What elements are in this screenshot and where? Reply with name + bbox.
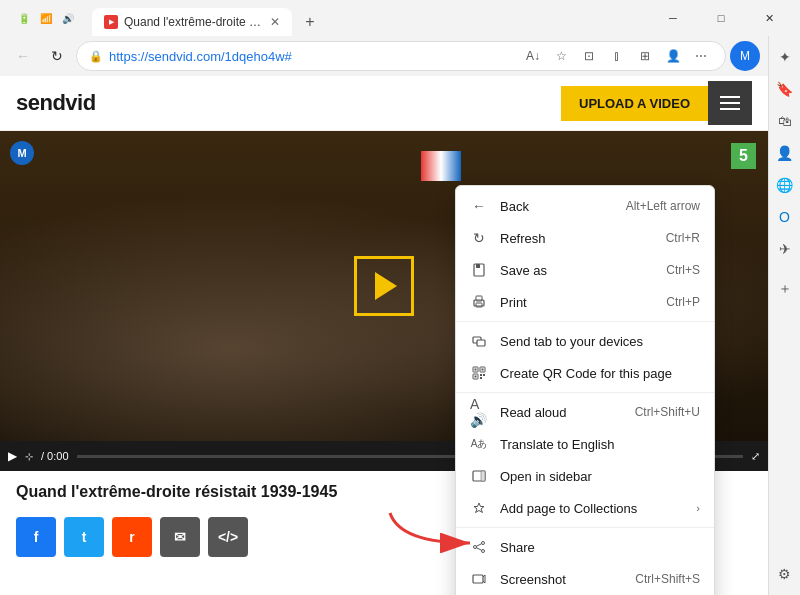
embed-code-button[interactable]: </> <box>208 517 248 557</box>
back-menu-icon: ← <box>470 197 488 215</box>
new-tab-button[interactable]: + <box>296 8 324 36</box>
context-menu-screenshot[interactable]: Screenshot Ctrl+Shift+S <box>456 563 714 595</box>
qrcode-menu-label: Create QR Code for this page <box>500 366 700 381</box>
sidebar-shopping-icon[interactable]: 🛍 <box>772 108 798 134</box>
translate-menu-icon: Aあ <box>470 435 488 453</box>
reddit-share-button[interactable]: r <box>112 517 152 557</box>
sidebar-translate-icon[interactable]: 🌐 <box>772 172 798 198</box>
svg-rect-11 <box>482 369 484 371</box>
tab-bar: Quand l'extrême-droite résistait ... ✕ + <box>92 0 324 36</box>
sidebar-copilot-icon[interactable]: ✦ <box>772 44 798 70</box>
svg-rect-10 <box>475 369 477 371</box>
saveas-menu-label: Save as <box>500 263 654 278</box>
opensidebar-menu-icon <box>470 467 488 485</box>
svg-rect-17 <box>481 471 485 481</box>
facebook-share-button[interactable]: f <box>16 517 56 557</box>
sidebar-favorites-icon[interactable]: 🔖 <box>772 76 798 102</box>
sidebar-outlook-icon[interactable]: O <box>772 204 798 230</box>
refresh-menu-icon: ↻ <box>470 229 488 247</box>
hamburger-menu[interactable] <box>708 81 752 125</box>
tab-favicon <box>104 15 118 29</box>
video-time: / 0:00 <box>41 450 69 462</box>
svg-rect-6 <box>477 340 485 346</box>
qrcode-menu-icon <box>470 364 488 382</box>
svg-rect-23 <box>473 575 483 583</box>
refresh-button[interactable]: ↻ <box>42 41 72 71</box>
title-bar: 🔋 📶 🔊 Quand l'extrême-droite résistait .… <box>0 0 800 36</box>
sendtab-menu-label: Send tab to your devices <box>500 334 700 349</box>
volume-icon[interactable]: ⊹ <box>25 451 33 462</box>
saveas-menu-icon <box>470 261 488 279</box>
user-profile-button[interactable]: M <box>730 41 760 71</box>
ham-line-2 <box>720 102 740 104</box>
sendvid-header: sendvid UPLOAD A VIDEO <box>0 76 768 131</box>
sendvid-logo: sendvid <box>16 90 96 116</box>
system-icon-1: 🔋 <box>16 10 32 26</box>
metro-sign: M <box>10 141 34 165</box>
context-menu-qrcode[interactable]: Create QR Code for this page <box>456 357 714 389</box>
context-menu-share[interactable]: Share <box>456 531 714 563</box>
profile-icon-small[interactable]: 👤 <box>661 44 685 68</box>
address-icons: A↓ ☆ ⊡ ⫿ ⊞ 👤 ⋯ <box>521 44 713 68</box>
sidebar-profile-icon[interactable]: 👤 <box>772 140 798 166</box>
back-menu-label: Back <box>500 199 614 214</box>
context-menu-opensidebar[interactable]: Open in sidebar <box>456 460 714 492</box>
sidebar-add-button[interactable]: ＋ <box>772 276 798 302</box>
split-screen-icon[interactable]: ⫿ <box>605 44 629 68</box>
tab-groups-icon[interactable]: ⊡ <box>577 44 601 68</box>
window-controls: ─ □ ✕ <box>650 0 792 36</box>
play-button[interactable] <box>354 256 414 316</box>
print-shortcut: Ctrl+P <box>666 295 700 309</box>
active-tab[interactable]: Quand l'extrême-droite résistait ... ✕ <box>92 8 292 36</box>
mail-share-button[interactable]: ✉ <box>160 517 200 557</box>
twitter-share-button[interactable]: t <box>64 517 104 557</box>
context-menu-sendtab[interactable]: Send tab to your devices <box>456 325 714 357</box>
maximize-button[interactable]: □ <box>698 0 744 36</box>
back-button[interactable]: ← <box>8 41 38 71</box>
opensidebar-menu-label: Open in sidebar <box>500 469 700 484</box>
browser-frame: 🔋 📶 🔊 Quand l'extrême-droite résistait .… <box>0 0 800 595</box>
red-arrow <box>380 503 490 557</box>
menu-divider-2 <box>456 392 714 393</box>
extensions-icon[interactable]: ⋯ <box>689 44 713 68</box>
screenshot-menu-label: Screenshot <box>500 572 623 587</box>
read-mode-icon[interactable]: A↓ <box>521 44 545 68</box>
ham-line-1 <box>720 96 740 98</box>
bookmark-icon[interactable]: ☆ <box>549 44 573 68</box>
refresh-shortcut: Ctrl+R <box>666 231 700 245</box>
system-icon-3: 🔊 <box>60 10 76 26</box>
minimize-button[interactable]: ─ <box>650 0 696 36</box>
upload-button[interactable]: UPLOAD A VIDEO <box>561 86 708 121</box>
svg-rect-14 <box>483 374 485 376</box>
readaloud-menu-icon: A🔊 <box>470 403 488 421</box>
url-bar[interactable]: 🔒 https://sendvid.com/1dqeho4w# A↓ ☆ ⊡ ⫿… <box>76 41 726 71</box>
address-bar: ← ↻ 🔒 https://sendvid.com/1dqeho4w# A↓ ☆… <box>0 36 800 76</box>
sidebar-telegram-icon[interactable]: ✈ <box>772 236 798 262</box>
context-menu-saveas[interactable]: Save as Ctrl+S <box>456 254 714 286</box>
close-button[interactable]: ✕ <box>746 0 792 36</box>
context-menu-print[interactable]: Print Ctrl+P <box>456 286 714 318</box>
context-menu-readaloud[interactable]: A🔊 Read aloud Ctrl+Shift+U <box>456 396 714 428</box>
tab-close-button[interactable]: ✕ <box>270 15 280 29</box>
minimize-icon: ─ <box>669 12 677 24</box>
fullscreen-icon[interactable]: ⤢ <box>751 450 760 463</box>
context-menu-refresh[interactable]: ↻ Refresh Ctrl+R <box>456 222 714 254</box>
context-menu-addcollections[interactable]: Add page to Collections › <box>456 492 714 524</box>
edge-sidebar: ✦ 🔖 🛍 👤 🌐 O ✈ ＋ ⚙ <box>768 36 800 595</box>
screenshot-menu-icon <box>470 570 488 588</box>
maximize-icon: □ <box>718 12 725 24</box>
refresh-menu-label: Refresh <box>500 231 654 246</box>
addcollections-menu-label: Add page to Collections <box>500 501 684 516</box>
print-menu-label: Print <box>500 295 654 310</box>
ham-line-3 <box>720 108 740 110</box>
svg-rect-15 <box>480 377 482 379</box>
back-shortcut: Alt+Left arrow <box>626 199 700 213</box>
sidebar-settings-icon[interactable]: ⚙ <box>772 561 798 587</box>
collections-icon[interactable]: ⊞ <box>633 44 657 68</box>
play-triangle-icon <box>375 272 397 300</box>
play-control-icon[interactable]: ▶ <box>8 449 17 463</box>
context-menu: ← Back Alt+Left arrow ↻ Refresh Ctrl+R S… <box>455 185 715 595</box>
context-menu-translate[interactable]: Aあ Translate to English <box>456 428 714 460</box>
context-menu-back[interactable]: ← Back Alt+Left arrow <box>456 190 714 222</box>
svg-rect-1 <box>476 264 480 268</box>
